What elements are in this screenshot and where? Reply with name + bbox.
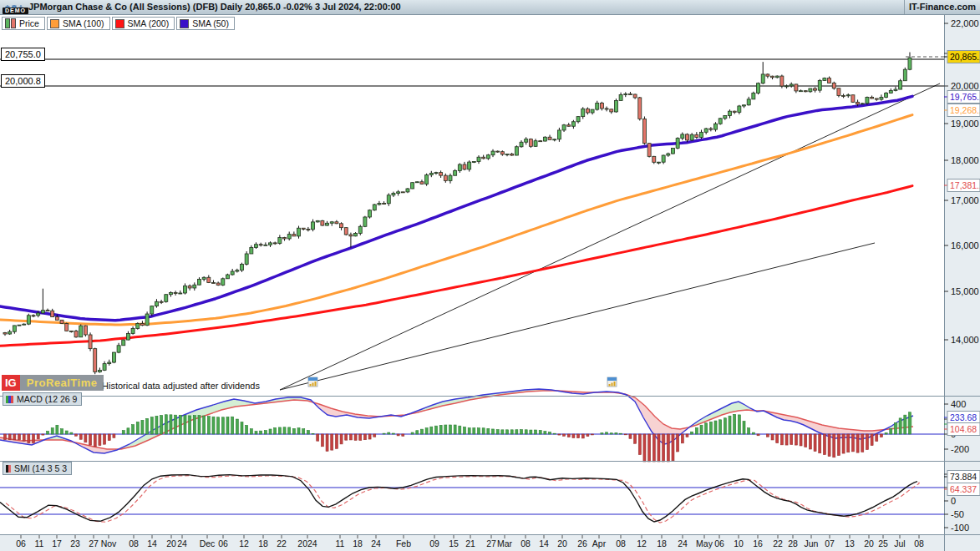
svg-text:27: 27	[89, 538, 99, 548]
svg-text:08: 08	[914, 538, 924, 548]
svg-text:26: 26	[577, 538, 587, 548]
svg-text:18: 18	[353, 538, 363, 548]
svg-text:-100: -100	[951, 523, 969, 533]
ig-prorealtime-logo: IG ProRealTime	[2, 375, 104, 391]
demo-badge: DEMO	[3, 8, 28, 14]
svg-text:12: 12	[239, 538, 249, 548]
price-level-label-20755[interactable]: 20,755.0	[1, 48, 45, 61]
svg-text:Jun: Jun	[805, 538, 819, 548]
svg-text:14: 14	[539, 538, 549, 548]
svg-text:11: 11	[35, 538, 44, 548]
svg-text:14: 14	[147, 538, 157, 548]
legend-item-sma100[interactable]: SMA (100)	[47, 17, 110, 30]
sma100-legend-swatch	[50, 19, 59, 28]
sma200-value-badge: 17,381..	[944, 179, 980, 192]
svg-text:28: 28	[788, 538, 798, 548]
svg-text:06: 06	[16, 538, 26, 548]
svg-text:20,865..: 20,865..	[950, 52, 980, 62]
event-marker-icon[interactable]	[308, 377, 317, 387]
svg-text:13: 13	[845, 538, 855, 548]
legend-item-sma50[interactable]: SMA (50)	[176, 17, 235, 30]
svg-text:06: 06	[714, 538, 724, 548]
svg-text:-50: -50	[951, 509, 964, 519]
svg-text:24: 24	[678, 538, 688, 548]
svg-text:17,381..: 17,381..	[950, 180, 980, 190]
macd-label-text: MACD (12 26 9	[17, 394, 77, 404]
svg-text:19,000: 19,000	[951, 119, 979, 129]
svg-text:22: 22	[773, 538, 783, 548]
svg-text:-200: -200	[951, 444, 969, 454]
last-price-badge: 20,865..	[944, 51, 980, 63]
event-marker-icon[interactable]	[607, 377, 617, 387]
smi-value-badge-0: 73.884	[944, 471, 980, 483]
svg-text:17: 17	[52, 538, 62, 548]
trading-chart-window: 22,00021,00020,00019,00018,00017,00016,0…	[0, 0, 980, 551]
legend-item-price[interactable]: Price	[2, 17, 45, 30]
svg-text:22: 22	[277, 538, 287, 548]
svg-text:07: 07	[825, 538, 835, 548]
price-level-label-20000[interactable]: 20,000.8	[1, 74, 45, 88]
svg-text:18: 18	[657, 538, 667, 548]
smi-value-badge-1: 64.337	[944, 483, 980, 496]
svg-text:20,000: 20,000	[951, 81, 979, 91]
chart-title: JPMorgan Chase & Co (All Sessions) (DFB)…	[28, 2, 401, 12]
svg-text:400: 400	[951, 399, 966, 409]
sma200-legend-swatch	[115, 19, 124, 28]
svg-text:0: 0	[951, 496, 956, 506]
svg-text:233.68: 233.68	[950, 412, 977, 422]
svg-text:24: 24	[177, 538, 187, 548]
legend-item-sma200[interactable]: SMA (200)	[112, 17, 175, 30]
svg-text:06: 06	[218, 538, 228, 548]
svg-text:23: 23	[70, 538, 80, 548]
svg-text:Feb: Feb	[396, 538, 411, 548]
svg-text:Dec: Dec	[200, 538, 216, 548]
svg-text:73.884: 73.884	[950, 472, 977, 482]
svg-text:May: May	[696, 538, 713, 548]
price-legend-icon	[5, 18, 16, 28]
svg-text:20: 20	[864, 538, 874, 548]
macd-value-badge-2: 104.68	[944, 423, 980, 436]
legend-sma200-label: SMA (200)	[128, 18, 170, 28]
svg-text:25: 25	[878, 538, 888, 548]
svg-text:18,000: 18,000	[951, 155, 979, 165]
svg-text:08: 08	[129, 538, 139, 548]
svg-text:19,765..: 19,765..	[950, 92, 980, 102]
legend-sma50-label: SMA (50)	[192, 18, 229, 28]
svg-text:22,000: 22,000	[951, 18, 979, 28]
svg-text:18: 18	[258, 538, 268, 548]
smi-indicator-icon	[6, 465, 11, 473]
chart-canvas[interactable]: 22,00021,00020,00019,00018,00017,00016,0…	[0, 0, 980, 551]
svg-text:19,268..: 19,268..	[950, 105, 980, 115]
macd-panel-label[interactable]: MACD (12 26 9	[3, 392, 82, 406]
svg-text:15,000: 15,000	[951, 286, 979, 296]
svg-text:20: 20	[166, 538, 176, 548]
legend-sma100-label: SMA (100)	[63, 18, 104, 28]
svg-text:08: 08	[520, 538, 531, 548]
sma50-value-badge: 19,765..	[944, 91, 980, 104]
series-legend: Price SMA (100) SMA (200) SMA (50)	[2, 17, 235, 30]
svg-text:11: 11	[336, 538, 345, 548]
svg-text:21: 21	[465, 538, 475, 548]
title-bar: DEMO JPMorgan Chase & Co (All Sessions) …	[0, 0, 980, 15]
svg-text:16: 16	[753, 538, 763, 548]
sma50-legend-swatch	[180, 19, 189, 28]
svg-text:24: 24	[371, 538, 381, 548]
svg-text:15: 15	[449, 538, 459, 548]
svg-text:Nov: Nov	[101, 538, 117, 548]
svg-text:Apr: Apr	[592, 538, 607, 548]
svg-text:2024: 2024	[297, 538, 317, 548]
svg-text:12: 12	[637, 538, 647, 548]
svg-text:20: 20	[557, 538, 567, 548]
titlebar-divider	[904, 0, 905, 14]
svg-text:Jul: Jul	[894, 538, 905, 548]
smi-panel-label[interactable]: SMI (14 3 5 3	[3, 462, 72, 475]
sma100-value-badge: 19,268..	[944, 104, 980, 117]
prorealtime-logo-text: ProRealTime	[20, 375, 104, 391]
svg-text:17,000: 17,000	[951, 195, 979, 205]
dividends-footnote: Historical data adjusted after dividends	[102, 381, 260, 391]
svg-text:Mar: Mar	[497, 538, 513, 548]
svg-text:09: 09	[429, 538, 439, 548]
macd-indicator-icon	[6, 396, 13, 403]
svg-text:64.337: 64.337	[950, 484, 977, 494]
svg-text:14,000: 14,000	[951, 335, 979, 345]
